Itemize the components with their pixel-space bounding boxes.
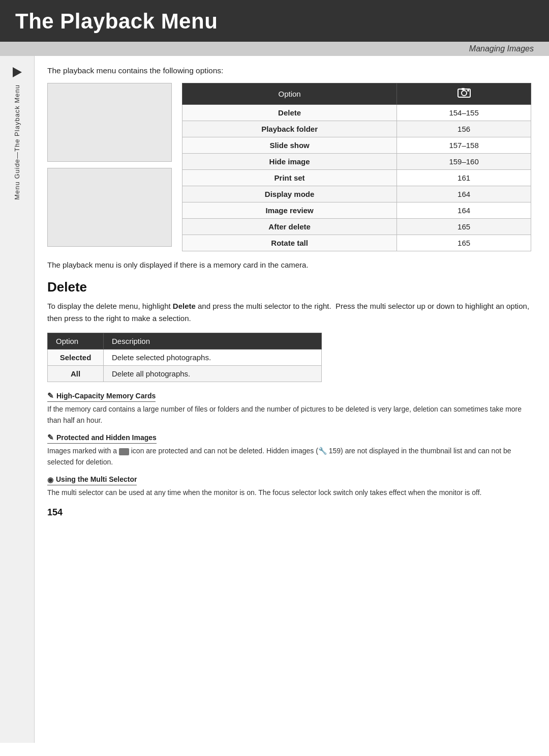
option-name: All xyxy=(48,366,104,382)
menu-option-name: Playback folder xyxy=(182,121,397,137)
options-table-row: All Delete all photographs. xyxy=(48,366,322,382)
camera-circle-icon xyxy=(47,475,53,484)
options-table-option-header: Option xyxy=(48,333,104,350)
subtitle-text: Managing Images xyxy=(469,44,534,53)
note-protected-title: Protected and Hidden Images xyxy=(47,433,157,444)
svg-rect-2 xyxy=(462,88,465,90)
menu-option-pages: 164 xyxy=(397,202,531,219)
menu-table: Option Delete xyxy=(182,83,531,251)
menu-option-name: Slide show xyxy=(182,137,397,154)
menu-table-row: Slide show 157–158 xyxy=(182,137,531,154)
menu-table-row: Display mode 164 xyxy=(182,186,531,202)
pencil-icon-2 xyxy=(47,433,54,442)
menu-option-pages: 164 xyxy=(397,186,531,202)
intro-text: The playback menu contains the following… xyxy=(47,66,531,75)
menu-option-pages: 157–158 xyxy=(397,137,531,154)
pencil-icon-1 xyxy=(47,391,54,400)
note-multi-selector-title: Using the Multi Selector xyxy=(47,475,137,485)
play-icon xyxy=(13,67,22,77)
note-protected-content: Images marked with a icon are protected … xyxy=(47,446,531,468)
options-table-row: Selected Delete selected photographs. xyxy=(48,350,322,366)
note-multi-selector: Using the Multi Selector The multi selec… xyxy=(47,475,531,499)
menu-table-row: After delete 165 xyxy=(182,219,531,235)
page-body: Menu Guide—The Playback Menu The playbac… xyxy=(0,56,549,743)
top-section: Option Delete xyxy=(47,83,531,251)
menu-table-row: Print set 161 xyxy=(182,170,531,186)
page-title: The Playback Menu xyxy=(15,9,534,34)
menu-option-pages: 165 xyxy=(397,219,531,235)
page-header: The Playback Menu xyxy=(0,0,549,42)
sidebar: Menu Guide—The Playback Menu xyxy=(0,56,35,743)
option-name: Selected xyxy=(48,350,104,366)
note-below-table: The playback menu is only displayed if t… xyxy=(47,260,531,269)
options-table-description-header: Description xyxy=(104,333,322,350)
lock-icon xyxy=(119,448,129,455)
menu-table-row: Hide image 159–160 xyxy=(182,154,531,170)
menu-option-pages: 161 xyxy=(397,170,531,186)
menu-table-icon-header xyxy=(397,83,531,105)
menu-option-name: Hide image xyxy=(182,154,397,170)
menu-table-option-header: Option xyxy=(182,83,397,105)
menu-option-name: After delete xyxy=(182,219,397,235)
menu-option-name: Delete xyxy=(182,105,397,121)
menu-option-pages: 154–155 xyxy=(397,105,531,121)
option-description: Delete selected photographs. xyxy=(104,350,322,366)
note-high-capacity: High-Capacity Memory Cards If the memory… xyxy=(47,391,531,426)
image-placeholder-bottom xyxy=(47,168,172,247)
main-content: The playback menu contains the following… xyxy=(35,56,549,743)
settings-icon xyxy=(457,87,471,98)
menu-option-name: Display mode xyxy=(182,186,397,202)
image-placeholder-top xyxy=(47,83,172,162)
menu-option-pages: 156 xyxy=(397,121,531,137)
option-description: Delete all photographs. xyxy=(104,366,322,382)
svg-point-3 xyxy=(467,90,469,92)
svg-point-1 xyxy=(462,91,467,96)
menu-option-pages: 165 xyxy=(397,235,531,251)
sidebar-label: Menu Guide—The Playback Menu xyxy=(13,84,21,200)
menu-option-name: Image review xyxy=(182,202,397,219)
subtitle-bar: Managing Images xyxy=(0,42,549,56)
note-protected: Protected and Hidden Images Images marke… xyxy=(47,433,531,468)
menu-table-row: Rotate tall 165 xyxy=(182,235,531,251)
delete-section-body: To display the delete menu, highlight De… xyxy=(47,300,531,325)
menu-option-name: Print set xyxy=(182,170,397,186)
note-high-capacity-title: High-Capacity Memory Cards xyxy=(47,391,156,402)
page-number: 154 xyxy=(47,507,531,518)
note-high-capacity-content: If the memory card contains a large numb… xyxy=(47,404,531,426)
menu-table-row: Image review 164 xyxy=(182,202,531,219)
options-table: Option Description Selected Delete selec… xyxy=(47,333,322,382)
menu-option-pages: 159–160 xyxy=(397,154,531,170)
menu-option-name: Rotate tall xyxy=(182,235,397,251)
delete-section-title: Delete xyxy=(47,279,531,295)
note-multi-selector-content: The multi selector can be used at any ti… xyxy=(47,487,531,499)
menu-table-row: Delete 154–155 xyxy=(182,105,531,121)
image-column xyxy=(47,83,172,251)
menu-table-row: Playback folder 156 xyxy=(182,121,531,137)
